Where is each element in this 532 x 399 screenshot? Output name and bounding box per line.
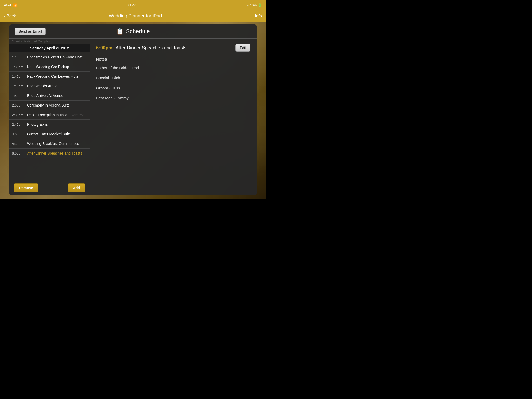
schedule-item-5[interactable]: 2:00pm Ceremony In Verona Suite — [9, 101, 90, 110]
schedule-item-4[interactable]: 1:50pm Bride Arrives At Venue — [9, 91, 90, 101]
info-button[interactable]: Info — [255, 14, 262, 18]
remove-button[interactable]: Remove — [14, 183, 38, 192]
status-bar: iPad 📶 21:46 ⬦ 16% 🔋 — [0, 0, 266, 10]
schedule-item-3[interactable]: 1:45pm Bridesmaids Arrive — [9, 81, 90, 91]
nav-bar: ‹ Back Wedding Planner for iPad Info — [0, 10, 266, 22]
panel-title: Schedule — [126, 28, 150, 35]
item-time-3: 1:45pm — [12, 84, 27, 88]
item-time-0: 1:15pm — [12, 55, 27, 59]
device-label: iPad — [4, 3, 11, 7]
note-item-1: Special - Rich — [96, 75, 250, 81]
item-label-5: Ceremony In Verona Suite — [27, 103, 70, 107]
item-label-8: Guests Enter Medicci Suite — [27, 132, 71, 136]
battery-percent: 16% — [250, 3, 257, 7]
note-item-0: Father of the Bride - Rod — [96, 65, 250, 70]
item-label-1: Nat - Wedding Car Pickup — [27, 65, 69, 69]
detail-time: 6:00pm — [96, 45, 112, 51]
send-email-button[interactable]: Send as Email — [15, 28, 46, 35]
partial-item: Guests Seating At Completi... — [9, 39, 90, 44]
schedule-item-6[interactable]: 2:30pm Drinks Reception In Itallan Garde… — [9, 110, 90, 120]
nav-title: Wedding Planner for iPad — [109, 13, 162, 19]
item-time-10: 6:00pm — [12, 151, 27, 155]
panel-header: Send as Email 📋 Schedule — [9, 24, 257, 39]
detail-event-name: After Dinner Speaches and Toasts — [116, 45, 235, 51]
add-button[interactable]: Add — [68, 183, 85, 192]
back-label: Back — [6, 14, 16, 18]
date-header: Saturday April 21 2012 — [9, 44, 90, 52]
battery-icon: 🔋 — [258, 3, 262, 7]
back-button[interactable]: ‹ Back — [4, 14, 16, 18]
schedule-item-7[interactable]: 2:45pm Photographs — [9, 120, 90, 129]
item-time-6: 2:30pm — [12, 113, 27, 117]
item-label-9: Wedding Breakfast Commences — [27, 142, 79, 146]
item-label-7: Photographs — [27, 122, 48, 127]
item-label-4: Bride Arrives At Venue — [27, 94, 63, 98]
item-label-0: Bridesmaids Picked Up From Hotel — [27, 55, 84, 59]
schedule-item-8[interactable]: 4:00pm Guests Enter Medicci Suite — [9, 129, 90, 139]
clipboard-icon: 📋 — [116, 28, 123, 35]
item-label-2: Nat - Wedding Car Leaves Hotel — [27, 74, 79, 78]
item-time-5: 2:00pm — [12, 103, 27, 107]
note-item-3: Best Man - Tommy — [96, 95, 250, 101]
item-time-4: 1:50pm — [12, 94, 27, 98]
schedule-list: Guests Seating At Completi... Saturday A… — [9, 39, 90, 195]
item-time-9: 4:30pm — [12, 142, 27, 146]
list-footer: Remove Add — [9, 180, 90, 195]
schedule-item-9[interactable]: 4:30pm Wedding Breakfast Commences — [9, 139, 90, 149]
scroll-area[interactable]: Guests Seating At Completi... Saturday A… — [9, 39, 90, 180]
note-item-2: Groom - Kriss — [96, 85, 250, 91]
content-area: Guests Seating At Completi... Saturday A… — [9, 39, 257, 195]
edit-button[interactable]: Edit — [235, 44, 250, 52]
schedule-item-1[interactable]: 1:30pm Nat - Wedding Car Pickup — [9, 62, 90, 72]
main-panel: Send as Email 📋 Schedule Guests Seating … — [9, 24, 257, 195]
item-time-7: 2:45pm — [12, 123, 27, 127]
schedule-item-0[interactable]: 1:15pm Bridesmaids Picked Up From Hotel — [9, 52, 90, 62]
item-time-1: 1:30pm — [12, 65, 27, 69]
item-label-6: Drinks Reception In Itallan Gardens — [27, 113, 84, 117]
partial-text: Guests Seating At Completi... — [12, 39, 53, 43]
bluetooth-icon: ⬦ — [247, 3, 249, 7]
back-chevron-icon: ‹ — [4, 14, 5, 18]
notes-label: Notes — [96, 57, 250, 61]
item-label-3: Bridesmaids Arrive — [27, 84, 57, 88]
item-time-8: 4:00pm — [12, 132, 27, 136]
time-display: 21:46 — [128, 3, 136, 7]
detail-panel: 6:00pm After Dinner Speaches and Toasts … — [90, 39, 257, 195]
schedule-item-10[interactable]: 6:00pm After Dinner Speaches and Toasts — [9, 149, 90, 158]
item-time-2: 1:40pm — [12, 75, 27, 78]
item-label-10: After Dinner Speaches and Toasts — [27, 151, 82, 155]
wifi-icon: 📶 — [13, 3, 17, 7]
schedule-item-2[interactable]: 1:40pm Nat - Wedding Car Leaves Hotel — [9, 72, 90, 81]
panel-title-area: 📋 Schedule — [116, 28, 150, 35]
detail-header: 6:00pm After Dinner Speaches and Toasts … — [96, 44, 250, 52]
